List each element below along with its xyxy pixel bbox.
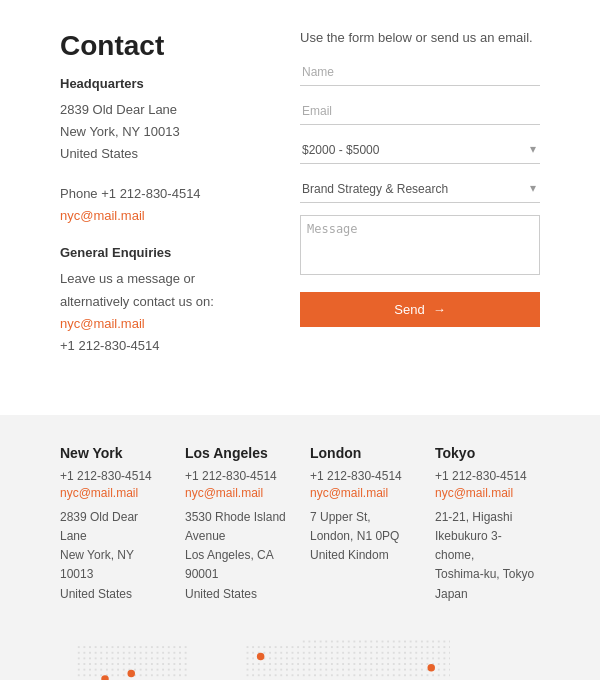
contact-section: Contact Headquarters 2839 Old Dear Lane … (0, 0, 600, 415)
budget-select[interactable]: $2000 - $5000 (300, 137, 540, 164)
page-title: Contact (60, 30, 260, 62)
hq-address-line3: United States (60, 143, 260, 165)
contact-form: $2000 - $5000 Brand Strategy & Research … (300, 59, 540, 327)
office-address: 2839 Old Dear Lane New York, NY 10013 Un… (60, 508, 165, 604)
office-city: Tokyo (435, 445, 540, 461)
service-select[interactable]: Brand Strategy & Research (300, 176, 540, 203)
email-input[interactable] (300, 98, 540, 125)
office-col-london: London+1 212-830-4514nyc@mail.mail7 Uppe… (310, 445, 415, 604)
offices-grid: New York+1 212-830-4514nyc@mail.mail2839… (60, 445, 540, 624)
hq-address-line1: 2839 Old Dear Lane (60, 99, 260, 121)
office-address: 21-21, Higashi Ikebukuro 3-chome, Toshim… (435, 508, 540, 604)
message-textarea[interactable] (300, 215, 540, 275)
office-col-tokyo: Tokyo+1 212-830-4514nyc@mail.mail21-21, … (435, 445, 540, 604)
send-button[interactable]: Send → (300, 292, 540, 327)
general-description: Leave us a message or alternatively cont… (60, 268, 260, 312)
office-col-new-york: New York+1 212-830-4514nyc@mail.mail2839… (60, 445, 165, 604)
asia-dots (300, 638, 450, 680)
service-select-wrapper: Brand Strategy & Research (300, 176, 540, 203)
send-arrow-icon: → (433, 302, 446, 317)
london-marker (257, 653, 265, 661)
world-map-svg (20, 634, 580, 680)
general-info: Leave us a message or alternatively cont… (60, 268, 260, 356)
headquarters-info: 2839 Old Dear Lane New York, NY 10013 Un… (60, 99, 260, 165)
map-section (0, 624, 600, 680)
office-email[interactable]: nyc@mail.mail (60, 486, 165, 500)
europe-dots (244, 643, 300, 680)
office-address: 3530 Rhode Island Avenue Los Angeles, CA… (185, 508, 290, 604)
hq-contact: Phone +1 212-830-4514 nyc@mail.mail (60, 183, 260, 227)
hq-address-line2: New York, NY 10013 (60, 121, 260, 143)
office-phone: +1 212-830-4514 (60, 469, 165, 483)
hq-phone: Phone +1 212-830-4514 (60, 183, 260, 205)
office-city: New York (60, 445, 165, 461)
svg-rect-4 (244, 643, 300, 680)
send-label: Send (394, 302, 424, 317)
office-phone: +1 212-830-4514 (185, 469, 290, 483)
office-email[interactable]: nyc@mail.mail (310, 486, 415, 500)
world-map (20, 634, 580, 680)
contact-form-column: Use the form below or send us an email. … (300, 30, 540, 375)
office-col-los-angeles: Los Angeles+1 212-830-4514nyc@mail.mail3… (185, 445, 290, 604)
svg-rect-6 (300, 638, 450, 680)
office-phone: +1 212-830-4514 (435, 469, 540, 483)
general-enquiries-heading: General Enquiries (60, 245, 260, 260)
general-phone: +1 212-830-4514 (60, 335, 260, 357)
contact-left-column: Contact Headquarters 2839 Old Dear Lane … (60, 30, 260, 375)
hq-email[interactable]: nyc@mail.mail (60, 208, 145, 223)
new-york-marker (128, 669, 136, 677)
office-address: 7 Upper St, London, N1 0PQ United Kindom (310, 508, 415, 566)
name-input[interactable] (300, 59, 540, 86)
headquarters-heading: Headquarters (60, 76, 260, 91)
budget-select-wrapper: $2000 - $5000 (300, 137, 540, 164)
office-email[interactable]: nyc@mail.mail (435, 486, 540, 500)
office-city: Los Angeles (185, 445, 290, 461)
office-phone: +1 212-830-4514 (310, 469, 415, 483)
general-email[interactable]: nyc@mail.mail (60, 316, 145, 331)
office-city: London (310, 445, 415, 461)
office-email[interactable]: nyc@mail.mail (185, 486, 290, 500)
tokyo-marker (428, 664, 436, 672)
offices-section: New York+1 212-830-4514nyc@mail.mail2839… (0, 415, 600, 624)
form-subtitle: Use the form below or send us an email. (300, 30, 540, 45)
